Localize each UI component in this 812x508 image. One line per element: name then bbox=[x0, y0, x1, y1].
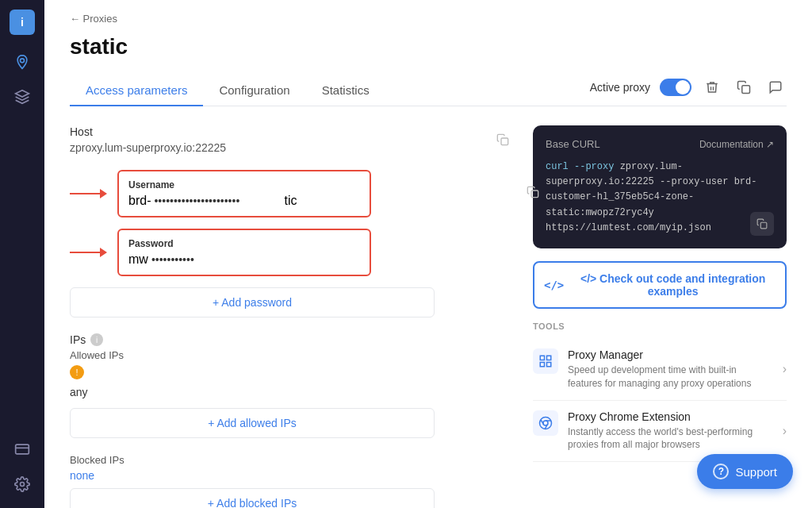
support-question-icon: ? bbox=[713, 464, 729, 479]
ips-section: IPs i Allowed IPs ! any + Add allowed IP… bbox=[70, 333, 514, 508]
page-wrapper: ← Proxies static Access parameters Confi… bbox=[44, 0, 812, 508]
delete-button[interactable] bbox=[701, 76, 723, 98]
host-value: zproxy.lum-superproxy.io:22225 bbox=[70, 141, 226, 154]
blocked-ips-label: Blocked IPs bbox=[70, 454, 514, 466]
right-column: Base CURL Documentation ↗ curl --proxy z… bbox=[533, 125, 787, 508]
curl-line1: zproxy.lum- bbox=[620, 161, 683, 172]
tool-item-proxy-chrome[interactable]: Proxy Chrome Extension Instantly access … bbox=[533, 401, 787, 463]
svg-rect-8 bbox=[760, 222, 767, 229]
support-label: Support bbox=[735, 465, 777, 479]
curl-line2: superproxy.io:22225 --proxy-user brd- bbox=[546, 176, 756, 187]
sidebar: i bbox=[0, 0, 44, 508]
active-proxy-toggle[interactable] bbox=[660, 79, 691, 96]
tab-configuration[interactable]: Configuration bbox=[203, 75, 305, 106]
svg-point-0 bbox=[21, 59, 25, 63]
sidebar-item-card[interactable] bbox=[8, 435, 36, 464]
chat-button[interactable] bbox=[764, 76, 787, 98]
warning-icon-container: ! bbox=[70, 364, 514, 383]
tab-statistics[interactable]: Statistics bbox=[306, 75, 385, 106]
curl-code: curl --proxy zproxy.lum- superproxy.io:2… bbox=[546, 160, 774, 236]
warning-icon: ! bbox=[70, 365, 84, 379]
svg-rect-11 bbox=[540, 362, 544, 366]
curl-line5: https://lumtest.com/myip.json bbox=[546, 222, 711, 233]
any-text: any bbox=[70, 386, 514, 398]
documentation-link[interactable]: Documentation ↗ bbox=[699, 139, 774, 150]
username-prefix: brd- bbox=[128, 194, 151, 208]
host-copy-icon[interactable] bbox=[492, 129, 514, 151]
password-field-row: mw bbox=[128, 252, 360, 267]
back-link[interactable]: ← Proxies bbox=[70, 13, 117, 25]
add-blocked-ips-button[interactable]: + Add blocked IPs bbox=[70, 488, 435, 508]
proxy-chrome-name: Proxy Chrome Extension bbox=[568, 410, 773, 423]
sidebar-bottom bbox=[8, 435, 36, 498]
add-allowed-ips-button[interactable]: + Add allowed IPs bbox=[70, 408, 435, 438]
curl-line4: static:mwopz72ryc4y bbox=[546, 207, 654, 218]
copy-curl-button[interactable] bbox=[750, 212, 774, 236]
username-suffix: tic bbox=[284, 194, 297, 208]
svg-point-4 bbox=[21, 483, 25, 487]
curl-line3: customer-hl_375eb5c4-zone- bbox=[546, 191, 694, 202]
page-title: static bbox=[70, 34, 787, 60]
password-label: Password bbox=[128, 238, 360, 249]
content-area: ← Proxies static Access parameters Confi… bbox=[44, 0, 812, 508]
proxy-manager-arrow: › bbox=[783, 362, 787, 376]
breadcrumb[interactable]: ← Proxies bbox=[70, 13, 787, 25]
password-input-box: Password mw bbox=[117, 229, 371, 276]
copy-button[interactable] bbox=[733, 76, 755, 98]
tool-item-proxy-manager[interactable]: Proxy Manager Speed up development time … bbox=[533, 339, 787, 401]
two-column-layout: Host zproxy.lum-superproxy.io:22225 bbox=[70, 125, 787, 508]
add-password-button[interactable]: + Add password bbox=[70, 287, 435, 318]
ips-label-row: IPs i bbox=[70, 333, 514, 346]
support-button[interactable]: ? Support bbox=[697, 454, 793, 489]
arrow-head bbox=[100, 189, 107, 198]
tabs-left: Access parameters Configuration Statisti… bbox=[70, 75, 385, 106]
code-icon: </> bbox=[544, 279, 564, 291]
tab-access-parameters[interactable]: Access parameters bbox=[70, 75, 203, 106]
sidebar-item-location[interactable] bbox=[8, 48, 36, 76]
arrow-line bbox=[70, 193, 100, 195]
svg-rect-9 bbox=[540, 356, 544, 360]
logo: i bbox=[10, 10, 35, 35]
svg-rect-12 bbox=[547, 362, 551, 366]
proxy-chrome-info: Proxy Chrome Extension Instantly access … bbox=[568, 410, 773, 452]
username-field-row: brd- tic bbox=[128, 194, 360, 208]
sidebar-item-settings[interactable] bbox=[8, 470, 36, 498]
check-code-button[interactable]: </> </> Check out code and integration e… bbox=[533, 261, 787, 309]
proxy-chrome-arrow: › bbox=[783, 424, 787, 438]
password-arrow-head bbox=[100, 248, 107, 257]
username-label: Username bbox=[128, 179, 360, 190]
proxy-manager-name: Proxy Manager bbox=[568, 348, 773, 361]
curl-box: Base CURL Documentation ↗ curl --proxy z… bbox=[533, 125, 787, 248]
username-arrow-annotation bbox=[70, 189, 107, 198]
proxy-chrome-desc: Instantly access the world's best-perfor… bbox=[568, 425, 773, 452]
ips-info-icon[interactable]: i bbox=[90, 333, 103, 346]
host-section: Host zproxy.lum-superproxy.io:22225 bbox=[70, 125, 514, 154]
sidebar-item-layers[interactable] bbox=[8, 83, 36, 111]
add-password-container: + Add password bbox=[70, 287, 514, 318]
username-section: Username brd- tic bbox=[70, 170, 514, 217]
host-info: Host zproxy.lum-superproxy.io:22225 bbox=[70, 125, 226, 154]
tabs-container: Access parameters Configuration Statisti… bbox=[70, 75, 787, 106]
curl-header: Base CURL Documentation ↗ bbox=[546, 138, 774, 150]
left-column: Host zproxy.lum-superproxy.io:22225 bbox=[70, 125, 514, 508]
tabs-right: Active proxy bbox=[590, 76, 787, 105]
proxy-manager-icon bbox=[533, 348, 558, 374]
tools-label: TOOLS bbox=[533, 321, 787, 331]
host-label: Host bbox=[70, 125, 226, 138]
check-code-label: </> Check out code and integration examp… bbox=[570, 272, 776, 298]
password-arrow-annotation bbox=[70, 248, 107, 257]
svg-marker-1 bbox=[16, 90, 29, 97]
password-prefix: mw bbox=[128, 252, 148, 267]
username-password-input[interactable] bbox=[154, 194, 281, 207]
proxy-manager-info: Proxy Manager Speed up development time … bbox=[568, 348, 773, 391]
svg-rect-7 bbox=[531, 190, 538, 198]
ips-label: IPs bbox=[70, 333, 86, 346]
svg-rect-5 bbox=[742, 86, 750, 94]
proxy-chrome-icon bbox=[533, 410, 558, 436]
password-input[interactable] bbox=[151, 253, 360, 266]
username-copy-icon[interactable] bbox=[527, 186, 539, 202]
password-section: Password mw bbox=[70, 229, 514, 276]
svg-rect-6 bbox=[501, 138, 508, 145]
none-text: none bbox=[70, 469, 514, 482]
svg-rect-10 bbox=[547, 356, 551, 360]
